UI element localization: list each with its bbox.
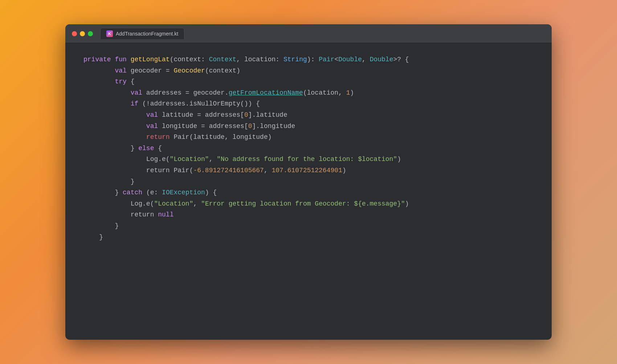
- code-line-12: }: [83, 176, 534, 187]
- code-line-1: private fun getLongLat(context: Context,…: [83, 54, 534, 65]
- code-line-8: return Pair(latitude, longitude): [83, 132, 534, 143]
- code-line-10: Log.e("Location", "No address found for …: [83, 154, 534, 165]
- code-line-7: val longitude = addresses[0].longitude: [83, 121, 534, 132]
- code-line-3: try {: [83, 76, 534, 87]
- code-line-15: return null: [83, 209, 534, 220]
- code-line-2: val geocoder = Geocoder(context): [83, 65, 534, 76]
- code-line-9: } else {: [83, 143, 534, 154]
- code-window: K AddTransactionFragment.kt private fun …: [65, 24, 552, 340]
- code-line-4: val addresses = geocoder.getFromLocation…: [83, 87, 534, 99]
- file-tab[interactable]: K AddTransactionFragment.kt: [100, 28, 184, 39]
- titlebar: K AddTransactionFragment.kt: [65, 24, 552, 43]
- minimize-button[interactable]: [80, 31, 85, 36]
- close-button[interactable]: [72, 31, 77, 36]
- maximize-button[interactable]: [88, 31, 93, 36]
- code-line-17: }: [83, 232, 534, 243]
- code-line-16: }: [83, 220, 534, 232]
- code-line-11: return Pair(-6.891272416105667, 107.6107…: [83, 165, 534, 176]
- code-line-13: } catch (e: IOException) {: [83, 187, 534, 198]
- code-line-6: val latitude = addresses[0].latitude: [83, 109, 534, 121]
- code-editor: private fun getLongLat(context: Context,…: [65, 43, 552, 253]
- tab-filename: AddTransactionFragment.kt: [116, 31, 178, 37]
- code-line-5: if (!addresses.isNullOrEmpty()) {: [83, 98, 534, 109]
- kotlin-icon: K: [106, 30, 113, 37]
- code-line-14: Log.e("Location", "Error getting locatio…: [83, 198, 534, 210]
- traffic-lights: [72, 31, 93, 36]
